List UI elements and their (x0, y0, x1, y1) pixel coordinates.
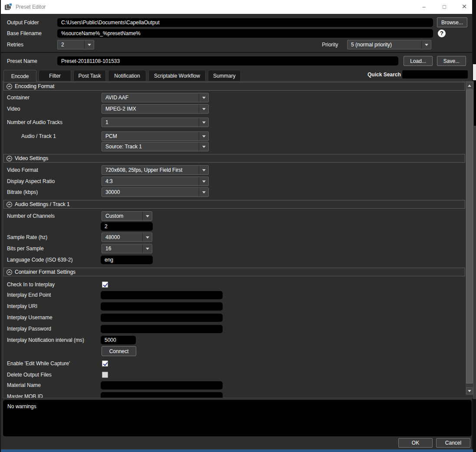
chevron-down-icon (142, 212, 152, 220)
scrollbar-thumb[interactable] (466, 89, 473, 383)
interplay-username-label: Interplay Username (7, 313, 53, 322)
edit-while-capture-checkbox[interactable] (102, 360, 108, 367)
chevron-down-icon (199, 93, 208, 102)
interplay-notification-interval-input[interactable] (101, 336, 136, 344)
close-button[interactable]: × (456, 0, 472, 13)
bitrate-dropdown[interactable]: 30000 (102, 187, 209, 197)
num-audio-tracks-label: Number of Audio Tracks (7, 118, 62, 127)
warnings-box: No warnings (3, 400, 472, 436)
priority-value: 5 (normal priority) (348, 40, 421, 49)
collapse-section-icon[interactable] (6, 155, 13, 162)
num-audio-tracks-dropdown[interactable]: 1 (102, 118, 209, 127)
collapse-section-icon[interactable] (6, 83, 13, 90)
sample-rate-label: Sample Rate (hz) (7, 233, 47, 242)
interplay-password-input[interactable] (101, 325, 223, 333)
scroll-down-icon (468, 390, 471, 392)
edit-while-capture-label: Enable 'Edit While Capture' (7, 359, 70, 368)
vertical-scrollbar[interactable] (466, 82, 473, 395)
section-header-audio-settings[interactable]: Audio Settings / Track 1 (3, 200, 465, 209)
retries-dropdown[interactable]: 2 (57, 40, 94, 49)
interplay-notification-interval-label: Interplay Notification interval (ms) (7, 335, 84, 345)
sample-rate-dropdown[interactable]: 48000 (102, 233, 152, 242)
chevron-down-icon (84, 40, 94, 49)
tab-notification[interactable]: Notification (108, 70, 146, 82)
preset-name-label: Preset Name (7, 56, 37, 66)
tab-post-task[interactable]: Post Task (73, 70, 106, 82)
num-channels-value: Custom (102, 212, 142, 220)
language-code-input[interactable] (101, 255, 153, 264)
num-channels-dropdown[interactable]: Custom (102, 211, 152, 221)
chevron-down-icon (142, 244, 152, 253)
bits-per-sample-value: 16 (102, 244, 142, 253)
collapse-section-icon[interactable] (6, 269, 13, 275)
audio-track1-label: Audio / Track 1 (21, 131, 56, 141)
interplay-end-point-input[interactable] (101, 291, 223, 299)
video-codec-dropdown[interactable]: MPEG-2 IMX (102, 104, 209, 114)
preset-name-input[interactable] (57, 56, 398, 66)
audio-track1-codec-dropdown[interactable]: PCM (102, 131, 209, 141)
load-button[interactable]: Load... (404, 56, 433, 66)
warnings-text: No warnings (7, 403, 36, 409)
section-title: Audio Settings / Track 1 (15, 201, 70, 207)
sample-rate-value: 48000 (102, 233, 142, 242)
interplay-uri-input[interactable] (101, 302, 223, 311)
section-header-video-settings[interactable]: Video Settings (3, 154, 465, 163)
output-folder-input[interactable] (57, 18, 433, 27)
base-filename-input[interactable] (57, 29, 433, 38)
save-button[interactable]: Save... (437, 56, 466, 66)
minimize-button[interactable]: – (416, 0, 432, 13)
bits-per-sample-label: Bits per Sample (7, 244, 44, 253)
help-icon[interactable]: ? (438, 29, 446, 37)
bits-per-sample-dropdown[interactable]: 16 (102, 244, 152, 253)
window-bottom-border (1, 449, 474, 452)
quick-search-input[interactable] (402, 70, 468, 79)
ok-button[interactable]: OK (398, 438, 433, 448)
scroll-down-button[interactable] (466, 387, 473, 394)
collapse-section-icon[interactable] (6, 201, 13, 208)
check-in-interplay-label: Check In to Interplay (7, 280, 55, 289)
chevron-down-icon (199, 188, 208, 197)
screen-background-strip (473, 64, 476, 80)
tab-scriptable-workflow[interactable]: Scriptable Workflow (148, 70, 206, 82)
container-dropdown[interactable]: AVID AAF (102, 93, 209, 102)
video-label: Video (7, 104, 20, 114)
check-in-interplay-checkbox[interactable] (102, 282, 108, 288)
material-name-input[interactable] (101, 381, 223, 390)
priority-label: Priority (322, 40, 338, 49)
scroll-up-button[interactable] (466, 82, 473, 89)
maximize-button[interactable]: □ (437, 0, 452, 13)
retries-label: Retries (7, 40, 23, 49)
preset-editor-window: Preset Editor – □ × Output Folder Browse… (0, 0, 473, 452)
audio-track1-source-dropdown[interactable]: Source: Track 1 (102, 142, 209, 151)
num-audio-tracks-value: 1 (102, 118, 199, 127)
chevron-down-icon (199, 142, 208, 151)
connect-button[interactable]: Connect (102, 346, 136, 356)
section-header-container-format[interactable]: Container Format Settings (3, 268, 465, 276)
display-aspect-ratio-dropdown[interactable]: 4:3 (102, 177, 209, 186)
bitrate-label: Bitrate (kbps) (7, 187, 38, 197)
num-channels-custom-input[interactable] (101, 222, 153, 231)
audio-track1-codec-value: PCM (102, 132, 199, 141)
encode-tab-panel: Encoding Format Container AVID AAF Video… (3, 81, 474, 398)
interplay-uri-label: Interplay URI (7, 301, 37, 311)
interplay-username-input[interactable] (101, 314, 223, 322)
delete-output-files-checkbox[interactable] (102, 372, 108, 378)
section-header-encoding-format[interactable]: Encoding Format (3, 82, 465, 91)
section-title: Encoding Format (15, 83, 54, 89)
video-format-value: 720x608, 25fps, Upper Field First (102, 166, 199, 174)
cancel-button[interactable]: Cancel (436, 438, 470, 448)
tab-summary[interactable]: Summary (208, 70, 241, 82)
num-channels-label: Number of Channels (7, 211, 55, 221)
display-aspect-ratio-label: Display Aspect Ratio (7, 177, 55, 186)
chevron-down-icon (199, 132, 208, 141)
app-icon (5, 4, 12, 10)
video-format-dropdown[interactable]: 720x608, 25fps, Upper Field First (102, 165, 209, 175)
tab-filter[interactable]: Filter (39, 70, 71, 82)
chevron-down-icon (199, 105, 208, 113)
priority-dropdown[interactable]: 5 (normal priority) (347, 40, 431, 49)
browse-button[interactable]: Browse... (437, 17, 467, 27)
display-aspect-ratio-value: 4:3 (102, 177, 199, 186)
screen: Preset Editor – □ × Output Folder Browse… (0, 0, 476, 452)
master-mob-id-input[interactable] (101, 392, 223, 398)
tab-encode[interactable]: Encode (3, 70, 36, 82)
